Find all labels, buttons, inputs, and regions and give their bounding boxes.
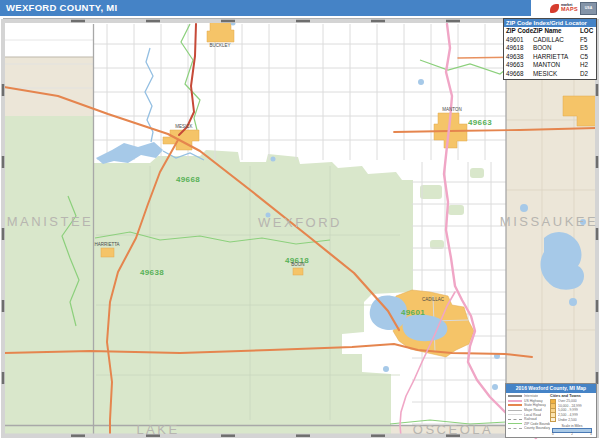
title-bar: WEXFORD COUNTY, MI [0, 0, 531, 16]
map-legend: 2016 Wexford County, MI Map InterstateUS… [505, 383, 597, 438]
county-label-manistee: MANISTEE [7, 214, 93, 229]
logo-badge: USA [580, 2, 597, 15]
zip-table-title: ZIP Code Index/Grid Locator [504, 19, 596, 27]
page-title: WEXFORD COUNTY, MI [0, 0, 531, 16]
neighbor-county-area [4, 57, 93, 116]
zip-label-49663: 49663 [468, 118, 492, 127]
county-label-missaukee: MISSAUKEE [500, 214, 598, 229]
scale-ticks: 024 [552, 433, 592, 437]
city-label-cadillac: CADILLAC [422, 297, 445, 302]
city-label-boon: BOON [291, 262, 304, 267]
zip-table-header-row: ZIP Code ZIP Name LOC [504, 27, 596, 36]
logo-mark-icon [550, 4, 559, 13]
zip-table-col-name: ZIP Name [533, 27, 580, 36]
forest-patch [448, 205, 464, 215]
legend-title: 2016 Wexford County, MI Map [506, 384, 596, 393]
zip-table-row: 49663MANTONH2 [504, 61, 596, 70]
zip-table-row: 49668MESICKD2 [504, 70, 596, 79]
missaukee-osceola-area [506, 24, 596, 436]
map-page: MANISTEE WEXFORD MISSAUKEE LAKE OSCEOLA … [0, 0, 600, 440]
zip-label-49638: 49638 [140, 268, 164, 277]
marketmaps-logo: market MAPS USA [531, 0, 600, 16]
town-boon [293, 268, 303, 275]
zip-table-rows: 49601CADILLACF549618BOONE549638HARRIETTA… [504, 36, 596, 79]
zip-table-col-loc: LOC [580, 27, 594, 36]
county-label-wexford: WEXFORD [258, 215, 342, 230]
forest-patch [470, 168, 484, 178]
county-label-lake: LAKE [136, 422, 179, 437]
legend-city-item: Under 2,500 [550, 417, 594, 422]
city-label-manton: MANTON [442, 107, 461, 112]
city-label-harrietta: HARRIETTA [94, 242, 119, 247]
zip-table-row: 49618BOONE5 [504, 44, 596, 53]
legend-city-list: Over 25,00010,000 - 24,9995,000 - 9,9992… [550, 399, 594, 422]
zip-table-col-zip: ZIP Code [506, 27, 533, 36]
scale-box: Scale in Miles 024 [550, 424, 594, 437]
town-harrietta [101, 248, 114, 257]
legend-road-list: InterstateUS HighwayState HighwayMajor R… [508, 394, 550, 437]
city-label-buckley: BUCKLEY [209, 43, 230, 48]
zip-label-49668: 49668 [176, 175, 200, 184]
zip-index-table: ZIP Code Index/Grid Locator ZIP Code ZIP… [503, 18, 597, 80]
legend-road-item: County Boundary [508, 426, 550, 431]
zip-table-row: 49601CADILLACF5 [504, 36, 596, 45]
county-label-osceola: OSCEOLA [413, 422, 493, 437]
zip-label-49601: 49601 [401, 308, 425, 317]
logo-text-main: MAPS [561, 7, 578, 13]
zip-table-row: 49638HARRIETTAC5 [504, 53, 596, 62]
city-label-mesick: MESICK [175, 124, 192, 129]
town-buckley [207, 21, 234, 42]
forest-patch [420, 185, 442, 199]
